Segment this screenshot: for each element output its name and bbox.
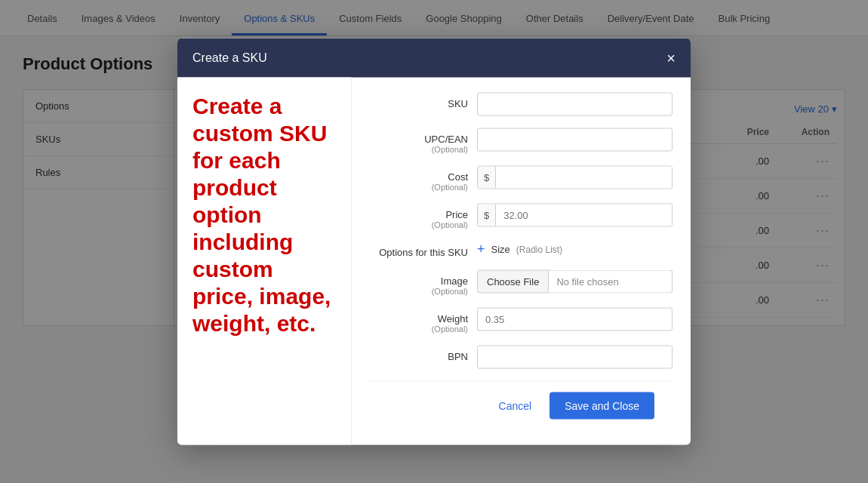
modal-footer: Cancel Save and Close xyxy=(370,381,673,430)
close-icon[interactable]: × xyxy=(666,51,676,66)
upc-label: UPC/EAN (Optional) xyxy=(370,128,468,154)
modal-header: Create a SKU × xyxy=(177,38,691,78)
weight-row: Weight (Optional) xyxy=(370,308,673,334)
bpn-label: BPN xyxy=(370,346,468,362)
sku-input[interactable] xyxy=(477,93,673,116)
cost-input[interactable] xyxy=(496,167,672,189)
modal-form: SKU UPC/EAN (Optional) Cost (Optional) $ xyxy=(351,78,691,445)
options-value-area: + Size (Radio List) xyxy=(477,242,673,257)
cost-input-group: $ xyxy=(477,166,673,189)
options-label: Options for this SKU xyxy=(370,242,468,258)
image-label: Image (Optional) xyxy=(370,270,468,296)
cost-label: Cost (Optional) xyxy=(370,166,468,192)
option-type: (Radio List) xyxy=(516,244,562,254)
option-name: Size xyxy=(491,244,510,255)
upc-row: UPC/EAN (Optional) xyxy=(370,128,673,154)
sku-row: SKU xyxy=(370,93,673,116)
price-input-group: $ xyxy=(477,204,673,227)
price-label: Price (Optional) xyxy=(370,204,468,229)
weight-label: Weight (Optional) xyxy=(370,308,468,334)
price-input[interactable] xyxy=(496,205,672,226)
modal-body: Create a custom SKU for each product opt… xyxy=(177,78,691,445)
weight-input[interactable] xyxy=(477,308,673,331)
create-sku-modal: Create a SKU × Create a custom SKU for e… xyxy=(177,38,691,445)
sku-label: SKU xyxy=(370,93,468,109)
file-choose-button[interactable]: Choose File xyxy=(477,270,549,294)
cost-currency-symbol: $ xyxy=(478,167,496,189)
modal-promo: Create a custom SKU for each product opt… xyxy=(177,78,351,445)
bpn-input[interactable] xyxy=(477,346,673,369)
add-option-button[interactable]: + xyxy=(477,242,485,257)
file-input-area: Choose File No file chosen xyxy=(477,270,673,294)
cost-row: Cost (Optional) $ xyxy=(370,166,673,192)
price-row: Price (Optional) $ xyxy=(370,204,673,229)
cancel-button[interactable]: Cancel xyxy=(490,394,541,418)
save-close-button[interactable]: Save and Close xyxy=(549,392,654,420)
bpn-row: BPN xyxy=(370,346,673,369)
modal-title: Create a SKU xyxy=(192,51,267,65)
options-row: Options for this SKU + Size (Radio List) xyxy=(370,242,673,258)
upc-input[interactable] xyxy=(477,128,673,152)
file-name-display: No file chosen xyxy=(549,270,673,294)
image-row: Image (Optional) Choose File No file cho… xyxy=(370,270,673,296)
price-currency-symbol: $ xyxy=(478,205,496,226)
promo-text: Create a custom SKU for each product opt… xyxy=(192,93,336,337)
